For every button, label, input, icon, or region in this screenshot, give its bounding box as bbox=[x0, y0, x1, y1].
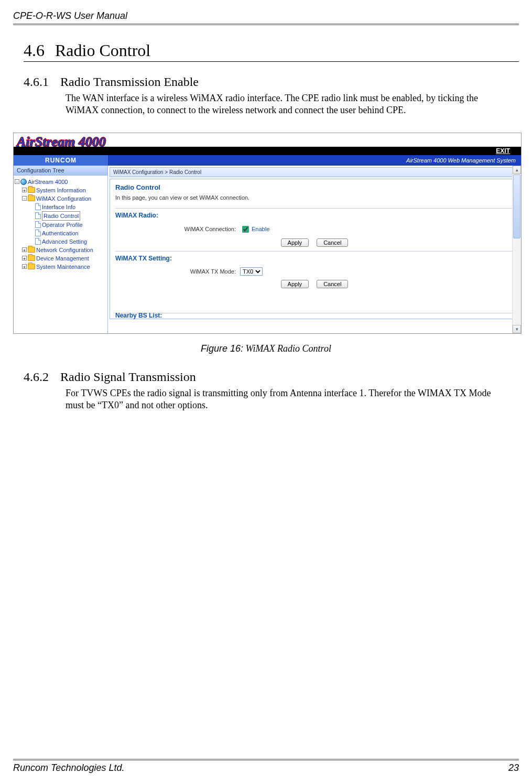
heading-text: Radio Signal Transmission bbox=[60, 370, 196, 384]
apply-button[interactable]: Apply bbox=[281, 238, 309, 247]
expander-icon[interactable]: + bbox=[22, 247, 27, 252]
folder-icon bbox=[28, 195, 35, 201]
row-wimax-tx-mode: WiMAX TX Mode: TX0 bbox=[173, 267, 514, 276]
scroll-thumb[interactable] bbox=[513, 175, 520, 238]
tree-advanced-setting[interactable]: Advanced Setting bbox=[15, 237, 106, 246]
tree-label: System Maintenance bbox=[36, 263, 90, 271]
tree-interface-info[interactable]: Interface Info bbox=[15, 203, 106, 211]
scrollbar[interactable]: ▴ ▾ bbox=[512, 166, 521, 333]
tree-label: System Information bbox=[36, 186, 86, 194]
tree-label: Interface Info bbox=[42, 203, 75, 211]
page-icon bbox=[35, 230, 41, 236]
page-icon bbox=[35, 221, 41, 228]
scroll-down-icon[interactable]: ▾ bbox=[513, 325, 521, 333]
runcom-label: RUNCOM bbox=[14, 155, 108, 166]
nav-tree: -AirStream 4000 +System Information -WiM… bbox=[14, 176, 107, 273]
row-wimax-connection: WiMAX Connection: Enable bbox=[173, 224, 514, 234]
wimax-tx-mode-label: WiMAX TX Mode: bbox=[173, 268, 236, 275]
figure-text: WiMAX Radio Control bbox=[243, 343, 331, 354]
globe-icon bbox=[20, 179, 27, 185]
section-nearby-bs: Nearby BS List: bbox=[115, 312, 162, 319]
figure-label: Figure 16: bbox=[201, 343, 243, 354]
heading-num: 4.6.2 bbox=[24, 370, 60, 384]
heading-text: Radio Control bbox=[55, 41, 150, 60]
heading-4-6-1: 4.6.1Radio Transmission Enable bbox=[24, 75, 519, 89]
folder-icon bbox=[28, 247, 35, 253]
config-tree-header: Configuration Tree bbox=[14, 166, 107, 176]
body-text: The WAN interface is a wireless WiMAX ra… bbox=[66, 92, 511, 117]
page-icon bbox=[35, 203, 41, 210]
enable-checkbox[interactable] bbox=[242, 226, 249, 233]
content-area: WiMAX Configuration > Radio Control Radi… bbox=[108, 166, 521, 333]
expander-icon[interactable]: - bbox=[22, 196, 27, 201]
section-wimax-tx: WiMAX TX Setting: bbox=[115, 251, 514, 262]
heading-4-6-2: 4.6.2Radio Signal Transmission bbox=[24, 370, 519, 384]
page-header: CPE-O-R-WS User Manual bbox=[13, 10, 519, 25]
heading-4-6: 4.6Radio Control bbox=[24, 41, 519, 62]
folder-icon bbox=[28, 255, 35, 261]
tree-system-maintenance[interactable]: +System Maintenance bbox=[15, 263, 106, 271]
scroll-up-icon[interactable]: ▴ bbox=[513, 166, 521, 174]
tree-label: WiMAX Configuration bbox=[36, 194, 91, 203]
tree-root[interactable]: -AirStream 4000 bbox=[15, 178, 106, 186]
page-icon bbox=[35, 212, 41, 219]
heading-num: 4.6.1 bbox=[24, 75, 60, 89]
tree-label: Device Management bbox=[36, 254, 89, 263]
sidebar: Configuration Tree -AirStream 4000 +Syst… bbox=[14, 166, 108, 333]
tree-label-selected: Radio Control bbox=[42, 211, 80, 221]
divider bbox=[115, 313, 514, 313]
expander-icon[interactable]: + bbox=[22, 188, 27, 192]
folder-icon bbox=[28, 187, 35, 193]
heading-num: 4.6 bbox=[24, 41, 55, 60]
panel-title: Radio Control bbox=[115, 183, 514, 191]
tree-authentication[interactable]: Authentication bbox=[15, 229, 106, 237]
tree-label: Operator Profile bbox=[42, 221, 83, 229]
apply-button[interactable]: Apply bbox=[281, 280, 309, 288]
expander-icon[interactable]: + bbox=[22, 256, 27, 260]
tree-operator-profile[interactable]: Operator Profile bbox=[15, 221, 106, 229]
breadcrumb: WiMAX Configuration > Radio Control bbox=[110, 167, 519, 177]
expander-icon[interactable]: + bbox=[22, 264, 27, 269]
tree-system-information[interactable]: +System Information bbox=[15, 186, 106, 194]
tree-label: Advanced Setting bbox=[42, 237, 87, 246]
tree-label: Network Configuration bbox=[36, 246, 93, 254]
panel: Radio Control In this page, you can view… bbox=[110, 179, 519, 319]
figure-caption: Figure 16: WiMAX Radio Control bbox=[13, 343, 519, 354]
heading-text: Radio Transmission Enable bbox=[60, 75, 199, 89]
tree-wimax-configuration[interactable]: -WiMAX Configuration bbox=[15, 194, 106, 203]
top-black-strip: EXIT bbox=[14, 147, 521, 155]
tx-mode-select[interactable]: TX0 bbox=[240, 267, 263, 276]
mgmt-title: AirStream 4000 Web Management System bbox=[108, 155, 521, 166]
page-footer: Runcom Technologies Ltd. 23 bbox=[13, 759, 519, 774]
tree-label: Authentication bbox=[42, 229, 79, 237]
screenshot: AirStream 4000 EXIT RUNCOM AirStream 400… bbox=[13, 133, 522, 334]
body-text: For TVWS CPEs the radio signal is transm… bbox=[66, 387, 511, 412]
section-wimax-radio: WiMAX Radio: bbox=[115, 208, 514, 219]
cancel-button[interactable]: Cancel bbox=[317, 238, 348, 247]
exit-link[interactable]: EXIT bbox=[494, 147, 512, 155]
wimax-connection-label: WiMAX Connection: bbox=[173, 226, 236, 232]
tree-device-management[interactable]: +Device Management bbox=[15, 254, 106, 263]
page-icon bbox=[35, 238, 41, 245]
cancel-button[interactable]: Cancel bbox=[317, 280, 348, 288]
expander-icon[interactable]: - bbox=[15, 179, 19, 184]
footer-left: Runcom Technologies Ltd. bbox=[13, 763, 124, 774]
tree-radio-control[interactable]: Radio Control bbox=[15, 211, 106, 221]
enable-label: Enable bbox=[252, 226, 269, 232]
sub-header: RUNCOM AirStream 4000 Web Management Sys… bbox=[14, 155, 521, 166]
tree-label: AirStream 4000 bbox=[28, 178, 68, 186]
footer-page-number: 23 bbox=[508, 763, 519, 774]
folder-icon bbox=[28, 264, 35, 269]
panel-description: In this page, you can view or set WiMAX … bbox=[115, 194, 514, 201]
tree-network-configuration[interactable]: +Network Configuration bbox=[15, 246, 106, 254]
